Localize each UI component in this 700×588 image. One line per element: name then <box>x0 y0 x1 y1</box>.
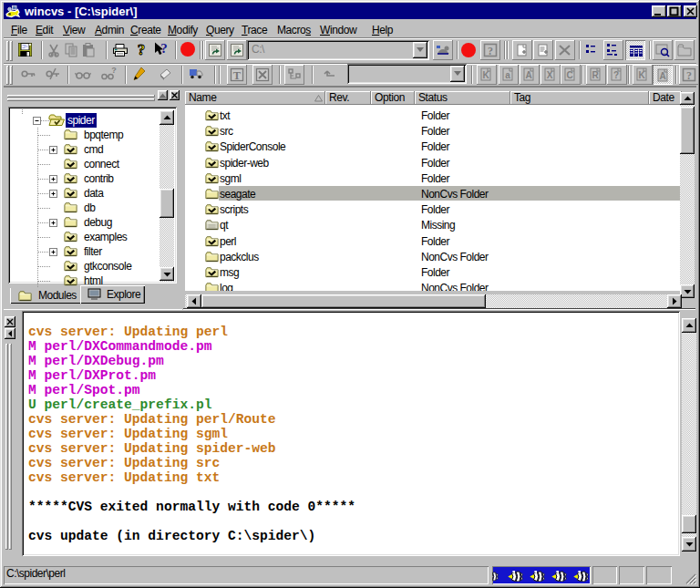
svg-text:K: K <box>482 70 489 80</box>
svg-text:X: X <box>547 70 553 80</box>
svg-text:K: K <box>638 70 645 80</box>
svg-text:?: ? <box>686 69 692 82</box>
svg-text:?: ? <box>488 45 493 57</box>
svg-text:A: A <box>659 71 665 81</box>
svg-text:A: A <box>525 70 531 80</box>
svg-text:?: ? <box>111 66 117 75</box>
svg-text:R: R <box>592 70 599 80</box>
svg-text:?: ? <box>138 41 146 57</box>
svg-text:a: a <box>505 70 510 80</box>
svg-text:C: C <box>566 70 572 80</box>
svg-text:?: ? <box>613 70 619 80</box>
svg-text:T: T <box>233 69 242 82</box>
svg-text:?: ? <box>160 41 168 56</box>
